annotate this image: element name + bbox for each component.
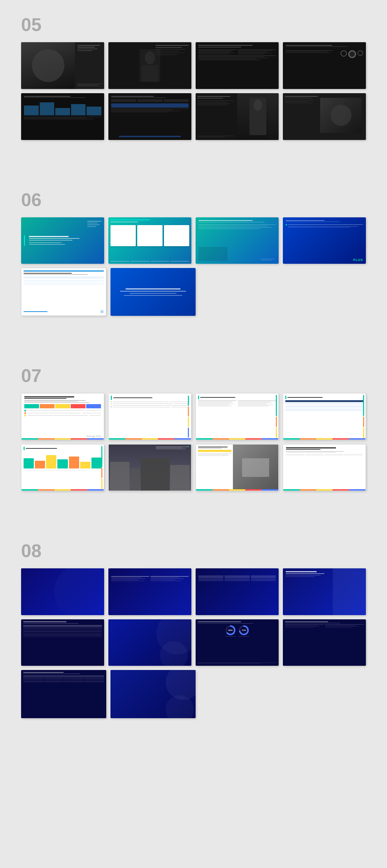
slide-07-6[interactable] (108, 444, 191, 491)
section-number-07: 07 (21, 365, 366, 386)
slide-05-5[interactable] (21, 93, 104, 140)
section-06-row1: PLUS (21, 217, 366, 264)
slide-05-7[interactable] (196, 93, 279, 140)
section-07-row1: Design Plus (21, 393, 366, 440)
section-08-row3 (21, 670, 196, 718)
slide-05-8[interactable] (283, 93, 366, 140)
slide-08-5[interactable] (21, 619, 104, 666)
slide-07-7[interactable] (196, 444, 279, 491)
slide-07-3[interactable] (196, 393, 279, 440)
slide-06-1[interactable] (21, 217, 104, 264)
slide-08-8[interactable] (283, 619, 366, 666)
slide-08-1[interactable] (21, 568, 104, 615)
slide-06-3[interactable] (196, 217, 279, 264)
slide-08-2[interactable] (108, 568, 191, 615)
slide-05-6[interactable] (108, 93, 191, 140)
slide-08-6[interactable] (108, 619, 191, 666)
slide-05-4[interactable] (283, 42, 366, 89)
section-08-row2: 65% 71% (21, 619, 366, 666)
section-08: 08 (0, 526, 387, 739)
slide-08-10[interactable] (110, 670, 196, 718)
section-number-06: 06 (21, 189, 366, 210)
slide-06-5[interactable] (21, 268, 106, 316)
slide-07-8[interactable] (283, 444, 366, 491)
slide-08-4[interactable] (283, 568, 366, 615)
section-06-row2 (21, 268, 196, 316)
slide-08-9[interactable] (21, 670, 106, 718)
slide-07-2[interactable] (108, 393, 191, 440)
section-07: 07 (0, 351, 387, 512)
slide-08-3[interactable] (196, 568, 279, 615)
section-07-row2 (21, 444, 366, 491)
section-05-row2 (21, 93, 366, 140)
slide-06-4[interactable]: PLUS (283, 217, 366, 264)
slide-06-6[interactable] (110, 268, 196, 316)
slide-05-3[interactable] (196, 42, 279, 89)
plus-label: PLUS (353, 258, 363, 262)
section-06: 06 (0, 175, 387, 337)
slide-07-5[interactable] (21, 444, 104, 491)
section-05-row1 (21, 42, 366, 89)
section-number-05: 05 (21, 14, 366, 35)
slide-07-1[interactable]: Design Plus (21, 393, 104, 440)
slide-05-1[interactable] (21, 42, 104, 89)
section-08-row1 (21, 568, 366, 615)
slide-05-2[interactable] (108, 42, 191, 89)
slide-08-7[interactable]: 65% 71% (196, 619, 279, 666)
slide-06-2[interactable] (108, 217, 191, 264)
section-05: 05 (0, 0, 387, 161)
section-number-08: 08 (21, 540, 366, 561)
slide-07-4[interactable] (283, 393, 366, 440)
